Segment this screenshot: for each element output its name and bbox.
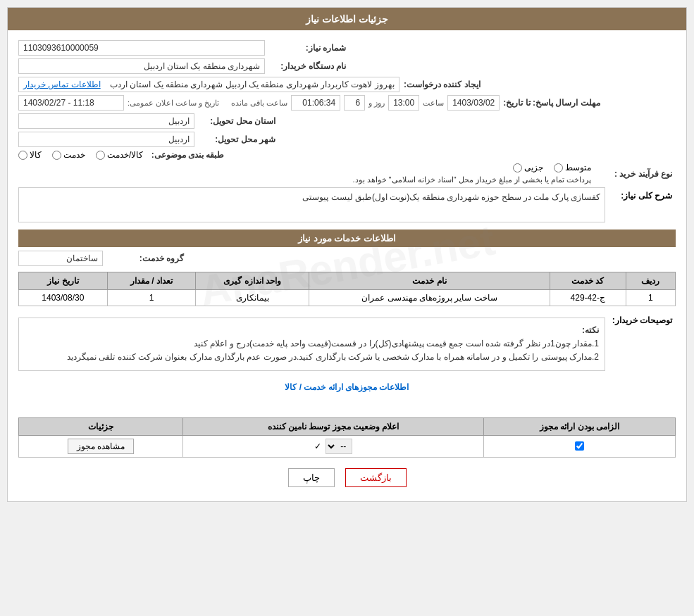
permit-status-cell: -- ✓ bbox=[183, 435, 484, 457]
col-header-date: تاریخ نیاز bbox=[19, 272, 108, 290]
services-section-header: اطلاعات خدمات مورد نیاز bbox=[18, 230, 676, 247]
col-header-row: ردیف bbox=[626, 272, 675, 290]
date-value: 1403/03/02 bbox=[447, 95, 500, 111]
remaining-value: 01:06:34 bbox=[291, 95, 340, 111]
page-wrapper: جزئیات اطلاعات نیاز AnaRender.net شماره … bbox=[0, 0, 694, 509]
note-2: 2.مدارک پیوستی را تکمیل و در سامانه همرا… bbox=[25, 351, 599, 364]
view-permit-button[interactable]: مشاهده مجوز bbox=[68, 439, 134, 454]
need-description-value: کفسازی پارک ملت در سطح حوزه شهرداری منطق… bbox=[18, 187, 605, 222]
purchase-type-radio-motavaset[interactable] bbox=[554, 163, 563, 172]
cell-code: ج-42-429 bbox=[550, 290, 626, 306]
city-row: شهر محل تحویل: اردبیل bbox=[18, 132, 676, 147]
need-number-value: 1103093610000059 bbox=[18, 40, 265, 56]
service-group-label: گروه خدمت: bbox=[103, 253, 187, 263]
buyer-notes-row: توصیحات خریدار: نکته: 1.مقدار چون1در نظر… bbox=[18, 312, 676, 377]
category-radio-khedmat[interactable] bbox=[52, 151, 61, 160]
need-description-label: شرح کلی نیاز: bbox=[605, 187, 676, 201]
city-value: اردبیل bbox=[18, 132, 194, 147]
permit-col-status: اعلام وضعیت مجوز توسط نامین کننده bbox=[183, 417, 484, 435]
page-title: جزئیات اطلاعات نیاز bbox=[306, 13, 388, 25]
buyer-org-label: نام دستگاه خریدار: bbox=[265, 61, 349, 71]
category-radio-kala[interactable] bbox=[18, 151, 27, 160]
kala-label: کالا bbox=[30, 150, 42, 160]
time-label: ساعت bbox=[423, 99, 444, 108]
cell-quantity: 1 bbox=[107, 290, 196, 306]
purchase-type-note: پرداخت تمام یا بخشی از مبلغ خریداز محل "… bbox=[352, 175, 591, 184]
need-description-content: کفسازی پارک ملت در سطح حوزه شهرداری منطق… bbox=[18, 187, 605, 222]
motavaset-label: متوسط bbox=[565, 163, 591, 172]
permit-table: الزامی بودن ارائه مجوز اعلام وضعیت مجوز … bbox=[18, 417, 676, 458]
back-button[interactable]: بازگشت bbox=[345, 468, 407, 487]
permit-details-cell: مشاهده مجوز bbox=[19, 435, 183, 457]
city-label: شهر محل تحویل: bbox=[194, 134, 279, 144]
jozii-label: جزیی bbox=[524, 163, 543, 172]
permit-required-checkbox[interactable] bbox=[575, 441, 584, 451]
services-table: ردیف کد خدمت نام خدمت واحد اندازه گیری ت… bbox=[18, 272, 676, 306]
kala-khedmat-label: کالا/خدمت bbox=[107, 150, 143, 160]
permit-section-divider: اطلاعات مجوزهای ارائه خدمت / کالا bbox=[18, 382, 676, 392]
category-radio-group: کالا/خدمت خدمت کالا bbox=[18, 150, 143, 160]
category-option-kala-khedmat: کالا/خدمت bbox=[96, 150, 143, 160]
cell-row: 1 bbox=[626, 290, 675, 306]
announce-value: 1403/02/27 - 11:18 bbox=[18, 95, 124, 111]
days-value: 6 bbox=[344, 95, 365, 111]
days-label: روز و bbox=[368, 99, 385, 108]
creator-row: ایجاد کننده درخواست: بهروز لاهوت کاربردا… bbox=[18, 77, 676, 92]
services-section-title: اطلاعات خدمات مورد نیاز bbox=[298, 233, 396, 244]
service-group-value: ساختمان bbox=[18, 251, 103, 266]
note-1: 1.مقدار چون1در نظر گرفته شده است جمع قیم… bbox=[25, 337, 599, 351]
permit-col-required: الزامی بودن ارائه مجوز bbox=[483, 417, 675, 435]
category-row: طبقه بندی موضوعی: کالا/خدمت خدمت کالا bbox=[18, 150, 676, 160]
col-header-quantity: تعداد / مقدار bbox=[107, 272, 196, 290]
creator-label: ایجاد کننده درخواست: bbox=[399, 80, 484, 89]
time-value: 13:00 bbox=[388, 95, 419, 111]
col-header-unit: واحد اندازه گیری bbox=[196, 272, 309, 290]
permit-section-title: اطلاعات مجوزهای ارائه خدمت / کالا bbox=[285, 382, 409, 392]
need-number-label: شماره نیاز: bbox=[265, 43, 349, 53]
remaining-label: ساعت باقی مانده bbox=[231, 99, 287, 108]
service-group-row: گروه خدمت: ساختمان bbox=[18, 251, 676, 266]
purchase-type-label: نوع فرآیند خرید : bbox=[591, 169, 676, 179]
buyer-org-row: نام دستگاه خریدار: شهرداری منطقه یک استا… bbox=[18, 58, 676, 74]
creator-contact-link[interactable]: اطلاعات تماس خریدار bbox=[23, 80, 101, 89]
response-deadline-row: مهلت ارسال پاسخ: تا تاریخ: 1403/03/02 سا… bbox=[18, 95, 676, 111]
col-header-name: نام خدمت bbox=[309, 272, 550, 290]
need-description-row: شرح کلی نیاز: کفسازی پارک ملت در سطح حوز… bbox=[18, 187, 676, 222]
purchase-type-motavaset: متوسط bbox=[554, 163, 591, 172]
purchase-type-jozii: جزیی bbox=[513, 163, 543, 172]
khedmat-label: خدمت bbox=[63, 150, 85, 160]
purchase-type-radio-jozii[interactable] bbox=[513, 163, 522, 172]
col-header-code: کد خدمت bbox=[550, 272, 626, 290]
announce-label: تاریخ و ساعت اعلان عمومی: bbox=[128, 99, 219, 108]
category-option-kala: کالا bbox=[18, 150, 42, 160]
permit-required-cell bbox=[483, 435, 675, 457]
content-area: AnaRender.net شماره نیاز: 11030936100000… bbox=[8, 30, 686, 501]
cell-date: 1403/08/30 bbox=[19, 290, 108, 306]
note-title: نکته: bbox=[25, 324, 599, 337]
category-label: طبقه بندی موضوعی: bbox=[143, 150, 228, 160]
table-row: 1 ج-42-429 ساخت سایر پروژه‌های مهندسی عم… bbox=[19, 290, 676, 306]
print-button[interactable]: چاپ bbox=[288, 468, 335, 487]
cell-unit: بیمانکاری bbox=[196, 290, 309, 306]
permit-status-select[interactable]: -- bbox=[326, 439, 352, 454]
page-header: جزئیات اطلاعات نیاز bbox=[8, 8, 686, 30]
buyer-org-value: شهرداری منطقه یک استان اردبیل bbox=[18, 58, 265, 74]
footer-buttons: بازگشت چاپ bbox=[18, 468, 676, 487]
cell-name: ساخت سایر پروژه‌های مهندسی عمران bbox=[309, 290, 550, 306]
buyer-notes-label: توصیحات خریدار: bbox=[605, 312, 676, 325]
purchase-type-radio-group: متوسط جزیی bbox=[513, 163, 591, 172]
buyer-notes-box: نکته: 1.مقدار چون1در نظر گرفته شده است ج… bbox=[18, 318, 605, 371]
permit-col-details: جزئیات bbox=[19, 417, 183, 435]
category-radio-kala-khedmat[interactable] bbox=[96, 151, 105, 160]
province-value: اردبیل bbox=[18, 113, 194, 129]
main-container: جزئیات اطلاعات نیاز AnaRender.net شماره … bbox=[7, 7, 687, 502]
table-row: -- ✓ مشاهده مجوز bbox=[19, 435, 676, 457]
response-deadline-label: مهلت ارسال پاسخ: تا تاریخ: bbox=[503, 98, 603, 108]
creator-value: بهروز لاهوت کاربردار شهرداری منطقه یک ار… bbox=[18, 77, 399, 92]
need-number-row: شماره نیاز: 1103093610000059 bbox=[18, 40, 676, 56]
buyer-notes-content: نکته: 1.مقدار چون1در نظر گرفته شده است ج… bbox=[18, 312, 605, 377]
province-row: استان محل تحویل: اردبیل bbox=[18, 113, 676, 129]
category-option-khedmat: خدمت bbox=[52, 150, 85, 160]
purchase-type-row: نوع فرآیند خرید : متوسط جزیی پرداخت تمام… bbox=[18, 163, 676, 184]
province-label: استان محل تحویل: bbox=[194, 116, 279, 126]
